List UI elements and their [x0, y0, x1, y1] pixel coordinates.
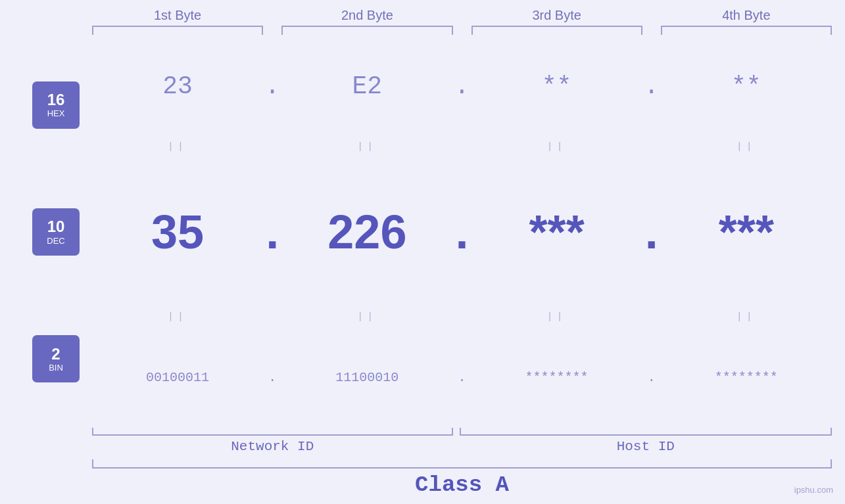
sep2-row: || || || || [92, 308, 832, 328]
dec-badge-label: DEC [47, 236, 64, 246]
bin-val-3: ******** [471, 370, 642, 385]
sep2-2: || [281, 311, 452, 323]
bin-val-4: ******** [661, 370, 832, 385]
dec-badge-num: 10 [47, 218, 65, 235]
network-host-labels: Network ID Host ID [92, 439, 832, 454]
hex-badge: 16 HEX [32, 81, 80, 129]
top-bracket-3 [471, 26, 642, 35]
bin-dot-3: . [642, 370, 661, 385]
byte-header-4: 4th Byte [661, 8, 832, 23]
dec-row: 35 . 226 . *** . *** [92, 156, 832, 307]
hex-badge-num: 16 [47, 91, 65, 108]
dec-val-4: *** [661, 205, 832, 259]
sep1-2: || [281, 141, 452, 152]
bin-row: 00100011 . 11100010 . ******** . *******… [92, 327, 832, 428]
hex-row: 23 . E2 . ** . ** [92, 36, 832, 137]
bin-dot-1: . [263, 370, 281, 385]
byte-headers-row: 1st Byte 2nd Byte 3rd Byte 4th Byte [92, 8, 832, 23]
hex-val-2: E2 [281, 72, 452, 101]
dec-val-2: 226 [281, 205, 452, 259]
top-bracket-2 [281, 26, 452, 35]
network-host-brackets [92, 428, 832, 436]
sep2-1: || [92, 311, 263, 323]
bin-val-1: 00100011 [92, 370, 263, 385]
bin-badge-num: 2 [51, 346, 60, 363]
network-bracket [92, 428, 453, 436]
hex-dot-2: . [453, 72, 471, 101]
byte-header-1: 1st Byte [92, 8, 263, 23]
sep1-1: || [92, 141, 263, 152]
watermark: ipshu.com [794, 485, 833, 495]
hex-dot-1: . [263, 72, 281, 101]
host-bracket [460, 428, 833, 436]
class-bracket [92, 459, 832, 469]
dec-dot-1: . [263, 205, 281, 259]
dec-dot-3: . [642, 205, 661, 259]
host-id-label: Host ID [460, 439, 833, 454]
hex-val-4: ** [661, 72, 832, 101]
bin-dot-2: . [453, 370, 471, 385]
dec-badge: 10 DEC [32, 208, 80, 256]
class-section: Class A [92, 459, 832, 497]
byte-header-3: 3rd Byte [471, 8, 642, 23]
bin-badge-label: BIN [49, 363, 63, 373]
bin-val-2: 11100010 [281, 370, 452, 385]
dec-val-3: *** [471, 205, 642, 259]
class-label: Class A [415, 472, 509, 497]
bottom-brackets-section: Network ID Host ID [92, 428, 832, 454]
dec-dot-2: . [453, 205, 471, 259]
hex-badge-label: HEX [47, 108, 65, 118]
sep1-3: || [471, 141, 642, 152]
sep2-3: || [471, 311, 642, 323]
hex-dot-3: . [642, 72, 661, 101]
sep2-4: || [661, 311, 832, 323]
bin-badge: 2 BIN [32, 335, 80, 382]
class-label-row: Class A [92, 472, 832, 497]
byte-header-2: 2nd Byte [281, 8, 452, 23]
hex-val-3: ** [471, 72, 642, 101]
values-grid: 23 . E2 . ** . ** || || || || 35 [92, 36, 832, 428]
sep1-4: || [661, 141, 832, 152]
hex-val-1: 23 [92, 72, 263, 101]
dec-val-1: 35 [92, 205, 263, 259]
top-brackets [92, 26, 832, 35]
network-id-label: Network ID [92, 439, 453, 454]
main-content: 16 HEX 10 DEC 2 BIN 23 . E2 . ** . ** [20, 36, 832, 428]
sep1-row: || || || || [92, 137, 832, 157]
top-bracket-1 [92, 26, 263, 35]
badges-column: 16 HEX 10 DEC 2 BIN [20, 36, 92, 428]
top-bracket-4 [661, 26, 832, 35]
